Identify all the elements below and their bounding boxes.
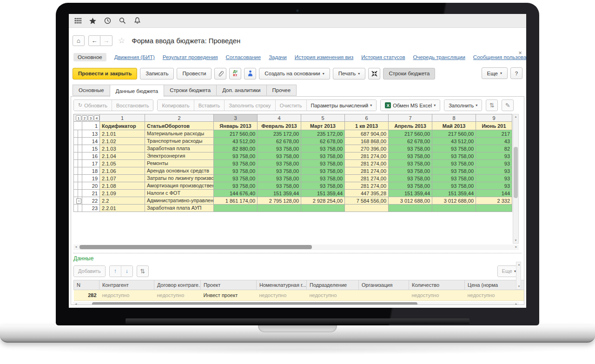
more-button[interactable]: Еще▾	[482, 67, 508, 79]
column-header[interactable]: Май 2013	[432, 122, 476, 130]
grid-cell-item[interactable]: Заработная плата АУП	[145, 205, 214, 212]
nav-link-approval[interactable]: Согласование	[226, 54, 261, 60]
grid-cell-value[interactable]: 93 758,00	[432, 175, 476, 182]
grid-cell-value[interactable]: 93 758,00	[389, 160, 432, 167]
nav-link-broadcast-queue[interactable]: Очередь трансляции	[413, 54, 465, 60]
help-button[interactable]: ?	[510, 67, 522, 79]
grid-cell-value[interactable]: 93	[476, 175, 512, 182]
scroll-left-icon[interactable]: ◄	[73, 245, 79, 250]
grid-cell-value[interactable]: 93 758,00	[214, 175, 258, 182]
grid-cell-value[interactable]: 93 758,00	[432, 160, 476, 167]
grid-cell-value[interactable]: 93 758,00	[301, 167, 345, 175]
grid-cell-value[interactable]: 93 758,00	[258, 182, 301, 190]
favorite-star-icon[interactable]: ☆	[118, 36, 125, 46]
column-header[interactable]: 1 кв 2013	[345, 122, 389, 130]
home-button[interactable]: ⌂	[73, 35, 85, 46]
grid-cell-value[interactable]: 235 172,00	[301, 130, 345, 138]
column-number-6[interactable]: 6	[345, 114, 389, 122]
data-cell[interactable]: недоступно	[409, 290, 465, 301]
grid-cell-value[interactable]: 93 758,00	[214, 160, 258, 167]
grid-cell-value[interactable]: 93 758,00	[214, 167, 258, 175]
table-row[interactable]: 162.1.04Электроэнергия93 758,0093 758,00…	[74, 152, 512, 160]
column-header[interactable]: Июнь 201	[476, 122, 512, 130]
grid-cell-value[interactable]: 93 758,00	[301, 175, 345, 182]
grid-cell-value[interactable]: 93 758,00	[389, 152, 432, 160]
post-button[interactable]: Провести	[177, 68, 212, 79]
scroll-down-icon[interactable]: ▼	[516, 284, 522, 289]
tab-main[interactable]: Основные	[73, 85, 110, 96]
grid-cell-value[interactable]: 235 172,00	[258, 130, 301, 138]
column-number-7[interactable]: 7	[389, 114, 432, 122]
data-horizontal-scrollbar[interactable]: ◄ ►	[73, 302, 519, 305]
grid-cell-value[interactable]: 93 758,00	[389, 167, 432, 175]
grid-cell-value[interactable]: 43	[476, 138, 512, 145]
grid-cell-value[interactable]	[214, 205, 258, 212]
grid-cell-value[interactable]: 62 678,00	[301, 138, 345, 145]
grid-cell-value[interactable]: 93 758,00	[258, 167, 301, 175]
grid-cell-value[interactable]: 281 274,00	[345, 167, 389, 175]
copy-button[interactable]: Копировать	[158, 100, 194, 111]
row-number[interactable]: 13	[82, 130, 100, 138]
scroll-up-icon[interactable]: ▲	[513, 114, 518, 119]
save-button[interactable]: Записать	[140, 68, 174, 79]
row-number[interactable]: 20	[82, 182, 100, 190]
grid-cell-code[interactable]: 2.1.03	[100, 145, 145, 152]
grid-cell-code[interactable]: 2.1.06	[100, 167, 145, 175]
group-level-button-4[interactable]: 4	[94, 115, 99, 121]
grid-cell-value[interactable]: 447 395,28	[345, 190, 389, 197]
grid-cell-value[interactable]: 217	[476, 130, 512, 138]
grid-cell-value[interactable]: 2 332	[476, 197, 512, 205]
grid-cell-value[interactable]: 217 560,00	[214, 130, 258, 138]
grid-cell-value[interactable]: 82 880,00	[214, 145, 258, 152]
grid-cell-value[interactable]	[432, 205, 476, 212]
nav-link-tasks[interactable]: Задачи	[269, 54, 287, 60]
scroll-right-icon[interactable]: ►	[514, 302, 519, 305]
grid-cell-value[interactable]: 151 359,44	[301, 190, 345, 197]
grid-cell-item[interactable]: Электроэнергия	[145, 152, 214, 160]
column-header[interactable]: Организация	[359, 280, 409, 290]
grid-cell-value[interactable]: 93 758,00	[389, 182, 432, 190]
column-number-3[interactable]: 3	[214, 114, 258, 122]
grid-cell-code[interactable]: 2.2.01	[100, 205, 145, 212]
grid-cell-item[interactable]: Затраты по лизингу производственных ОС	[145, 175, 214, 182]
grid-cell-code[interactable]: 2.2	[100, 197, 145, 205]
grid-cell-code[interactable]: 2.1.02	[100, 138, 145, 145]
row-number[interactable]: 15	[82, 145, 100, 152]
grid-cell-code[interactable]: 2.1.08	[100, 182, 145, 190]
scroll-up-icon[interactable]: ▲	[516, 262, 522, 267]
grid-cell-value[interactable]: 2 795 128,00	[258, 197, 301, 205]
grid-cell-value[interactable]: 217 560,00	[389, 130, 432, 138]
row-number[interactable]: 19	[82, 175, 100, 182]
grid-cell-value[interactable]: 1 861 174,00	[214, 197, 258, 205]
grid-cell-value[interactable]: 281 274,00	[345, 152, 389, 160]
column-header[interactable]: Договор контраге...	[154, 280, 201, 290]
grid-cell-item[interactable]: Административно-управленческие расходы	[145, 197, 214, 205]
column-header[interactable]: Количество	[409, 280, 465, 290]
grid-cell-value[interactable]: 144 676,40	[214, 190, 258, 197]
column-number-5[interactable]: 5	[301, 114, 345, 122]
pencil-icon[interactable]: ✎	[502, 99, 514, 111]
grid-cell-value[interactable]: 3 012 688,00	[389, 197, 432, 205]
column-header[interactable]: Кодификатор	[100, 122, 145, 130]
grid-cell-value[interactable]: 217 560,00	[432, 130, 476, 138]
business-process-person-icon[interactable]	[244, 68, 256, 79]
data-cell[interactable]: недоступно	[154, 290, 201, 301]
post-and-close-button[interactable]: Провести и закрыть	[73, 68, 137, 79]
column-number-8[interactable]: 8	[432, 114, 476, 122]
grid-cell-value[interactable]: 43 512,00	[432, 138, 476, 145]
grid-cell-value[interactable]: 93 758,00	[258, 152, 301, 160]
grid-cell-value[interactable]: 144	[476, 190, 512, 197]
nav-item-main[interactable]: Основное	[73, 53, 106, 61]
row-number[interactable]: 17	[82, 160, 100, 167]
tab-budget-lines[interactable]: Строки бюджета	[164, 85, 216, 96]
grid-cell-code[interactable]: 2.1.01	[100, 130, 145, 138]
table-row[interactable]: 282недоступнонедоступноИнвест проектнедо…	[74, 290, 525, 301]
history-icon[interactable]	[103, 17, 112, 25]
column-header[interactable]: Март 2013	[301, 122, 345, 130]
grid-cell-value[interactable]: 93 758,00	[432, 152, 476, 160]
grid-cell-item[interactable]: Амортизация производственного оборудован…	[145, 182, 214, 190]
paste-button[interactable]: Вставить	[194, 100, 225, 111]
tab-budget-data[interactable]: Данные бюджета	[110, 85, 165, 97]
scroll-left-icon[interactable]: ◄	[73, 302, 79, 305]
add-button[interactable]: Добавить	[74, 266, 105, 277]
